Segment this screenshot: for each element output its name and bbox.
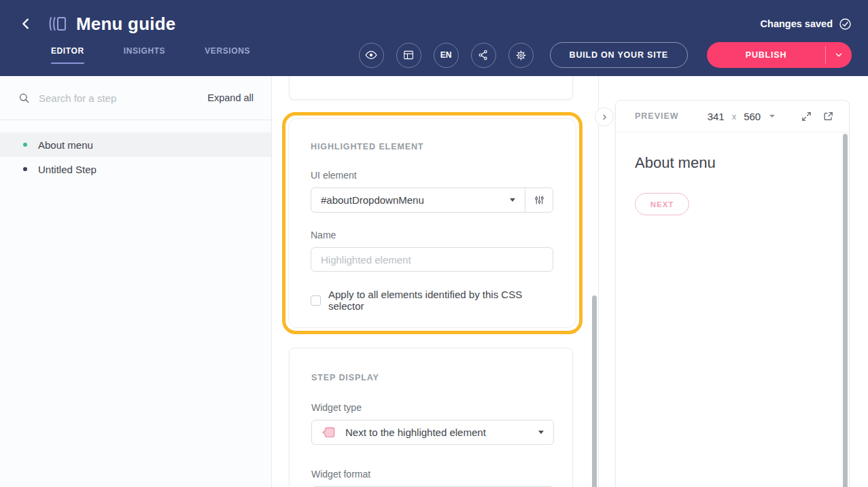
share-button[interactable] <box>471 43 496 68</box>
chevron-left-icon <box>18 16 33 31</box>
step-search-input[interactable] <box>39 92 199 104</box>
publish-dropdown-button[interactable] <box>826 42 852 68</box>
check-circle-icon <box>839 18 852 31</box>
step-list: About menu Untitled Step <box>0 120 271 181</box>
section-title: HIGHLIGHTED ELEMENT <box>311 142 554 151</box>
layout-icon <box>402 49 415 61</box>
apply-all-checkbox[interactable] <box>311 295 321 306</box>
step-search-row: Expand all <box>0 76 271 120</box>
caret-down-icon <box>769 115 775 118</box>
expand-preview-button[interactable] <box>801 111 812 122</box>
widget-type-label: Widget type <box>311 402 551 413</box>
step-item-untitled-step[interactable]: Untitled Step <box>0 157 271 181</box>
preview-width-value: 341 <box>708 111 725 122</box>
guide-logo-icon <box>48 15 68 33</box>
preview-eye-button[interactable] <box>359 43 384 68</box>
navbar-tabs-row: EDITOR INSIGHTS VERSIONS EN BUILD ON YOU… <box>0 38 868 72</box>
apply-all-label: Apply to all elements identified by this… <box>328 289 554 312</box>
tooltip-widget-icon <box>322 426 336 439</box>
tab-versions[interactable]: VERSIONS <box>205 46 250 64</box>
eye-icon <box>364 48 378 62</box>
caret-down-icon <box>538 431 544 434</box>
apply-all-row: Apply to all elements identified by this… <box>311 289 554 312</box>
top-navbar: Menu guide Changes saved EDITOR INSIGHTS… <box>0 0 868 76</box>
preview-header-actions <box>801 111 834 122</box>
settings-button[interactable] <box>508 43 534 68</box>
build-on-your-site-button[interactable]: BUILD ON YOUR SITE <box>550 42 688 68</box>
publish-split-button: PUBLISH <box>707 42 852 68</box>
page-body: Expand all About menu Untitled Step HIGH… <box>0 76 868 487</box>
widget-type-select[interactable]: Next to the highlighted element <box>311 420 554 445</box>
language-label: EN <box>440 50 452 60</box>
save-status: Changes saved <box>761 18 852 31</box>
caret-down-icon <box>510 198 515 202</box>
preview-step-heading: About menu <box>635 154 830 172</box>
step-item-label: Untitled Step <box>38 164 97 175</box>
preview-size-select[interactable]: 341 x 560 <box>708 111 776 122</box>
name-label: Name <box>311 230 554 240</box>
chevron-right-icon <box>600 113 609 122</box>
save-status-label: Changes saved <box>761 18 833 29</box>
preview-card: PREVIEW 341 x 560 About menu <box>615 100 850 487</box>
preview-header: PREVIEW 341 x 560 <box>616 101 849 132</box>
preview-next-button[interactable]: NEXT <box>635 193 689 215</box>
ui-element-value: #aboutDropdownMenu <box>321 194 503 206</box>
previous-settings-card <box>289 76 573 100</box>
step-editor-panel: HIGHLIGHTED ELEMENT UI element #aboutDro… <box>272 76 598 487</box>
chevron-down-icon <box>834 50 844 60</box>
steps-sidebar: Expand all About menu Untitled Step <box>0 76 272 487</box>
widget-type-value: Next to the highlighted element <box>345 427 529 438</box>
preview-size-separator: x <box>732 111 737 122</box>
layout-button[interactable] <box>396 43 421 68</box>
open-in-new-icon <box>822 111 834 122</box>
preview-height-value: 560 <box>744 111 761 122</box>
expand-all-button[interactable]: Expand all <box>207 92 254 103</box>
step-item-label: About menu <box>38 139 93 151</box>
widget-format-label: Widget format <box>311 469 551 480</box>
share-icon <box>477 49 489 61</box>
tab-editor[interactable]: EDITOR <box>51 46 84 64</box>
editor-scrollbar[interactable] <box>592 295 597 487</box>
step-item-about-menu[interactable]: About menu <box>0 132 271 157</box>
navbar-title-row: Menu guide Changes saved <box>0 0 868 38</box>
publish-button[interactable]: PUBLISH <box>707 42 825 68</box>
selector-settings-button[interactable] <box>525 188 553 212</box>
tab-insights[interactable]: INSIGHTS <box>124 46 165 64</box>
preview-scrollbar[interactable] <box>843 134 848 487</box>
ui-element-select[interactable]: #aboutDropdownMenu <box>311 188 525 212</box>
guide-tabs: EDITOR INSIGHTS VERSIONS <box>51 46 250 64</box>
name-input[interactable] <box>311 247 553 272</box>
expand-arrows-icon <box>801 111 812 122</box>
open-in-new-button[interactable] <box>822 111 834 122</box>
language-button[interactable]: EN <box>434 43 459 68</box>
guide-title: Menu guide <box>76 14 175 35</box>
step-status-dot <box>23 143 27 147</box>
preview-title: PREVIEW <box>635 111 679 121</box>
preview-panel: PREVIEW 341 x 560 About menu <box>599 76 868 487</box>
ui-element-label: UI element <box>311 170 554 181</box>
step-display-card: STEP DISPLAY Widget type Next to the hig… <box>289 348 573 487</box>
sliders-icon <box>534 194 545 206</box>
highlighted-element-card-outline: HIGHLIGHTED ELEMENT UI element #aboutDro… <box>282 112 583 334</box>
preview-content: About menu NEXT <box>616 132 849 237</box>
back-button[interactable] <box>16 14 35 33</box>
ui-element-control: #aboutDropdownMenu <box>311 187 553 213</box>
section-title: STEP DISPLAY <box>311 373 551 382</box>
collapse-preview-button[interactable] <box>595 107 614 126</box>
search-icon <box>18 92 31 105</box>
step-status-dot <box>23 167 27 171</box>
highlighted-element-card: HIGHLIGHTED ELEMENT UI element #aboutDro… <box>288 118 576 328</box>
gear-icon <box>515 49 527 62</box>
navbar-actions: EN BUILD ON YOUR SITE PUBLISH <box>359 42 852 68</box>
